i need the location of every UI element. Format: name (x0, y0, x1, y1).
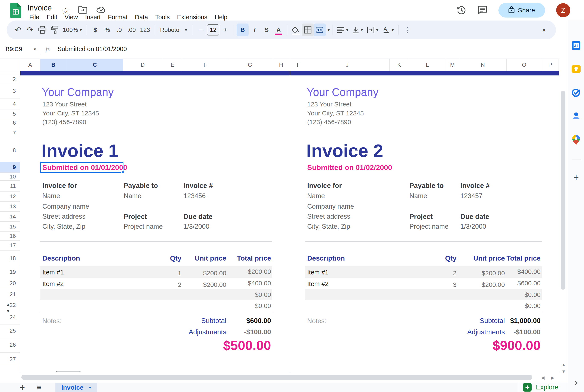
format-percent-button[interactable]: % (101, 24, 113, 36)
cell-selection-outline[interactable] (40, 162, 123, 173)
item-total[interactable]: $200.00 (248, 268, 271, 275)
submitted-date[interactable]: Submitted on 01/02/2000 (307, 163, 392, 172)
row-header-21[interactable]: 21 (0, 289, 20, 300)
add-sheet-button[interactable]: + (20, 383, 25, 392)
bill-city[interactable]: City, State, Zip (42, 223, 85, 230)
company-name[interactable]: Your Company (42, 86, 114, 98)
item-total[interactable]: $0.00 (255, 291, 271, 298)
bill-company[interactable]: Company name (42, 203, 89, 210)
col-header-G[interactable]: G (228, 59, 272, 71)
increase-decimal-button[interactable]: .00 (125, 24, 138, 36)
adjustments-value[interactable]: -$100.00 (514, 328, 540, 336)
bill-street[interactable]: Street address (307, 213, 350, 220)
col-qty-label[interactable]: Qty (445, 254, 456, 262)
decrease-decimal-button[interactable]: .0 (113, 24, 125, 36)
tasks-icon[interactable] (571, 88, 581, 98)
notes-label[interactable]: Notes: (307, 317, 327, 325)
subtotal-value[interactable]: $1,000.00 (510, 317, 540, 325)
text-rotation-button[interactable]: A ▾ (381, 24, 396, 36)
adjustments-value[interactable]: -$100.00 (244, 328, 271, 336)
row-header-13[interactable]: 13 (0, 202, 20, 212)
font-size-input[interactable]: 12 (207, 24, 219, 36)
scroll-right-icon[interactable]: ▶ (551, 375, 554, 380)
item-total[interactable]: $400.00 (517, 268, 540, 275)
payee-name[interactable]: Name (124, 192, 141, 200)
subtotal-label[interactable]: Subtotal (480, 317, 505, 325)
scroll-left-icon[interactable]: ◀ (541, 375, 544, 380)
version-history-icon[interactable] (456, 5, 466, 16)
col-header-P[interactable]: P (542, 59, 559, 71)
col-unit-label[interactable]: Unit price (195, 254, 226, 262)
col-header-D[interactable]: D (123, 59, 162, 71)
item-desc[interactable]: Item #2 (42, 280, 64, 288)
row-header-10[interactable]: 10 (0, 173, 20, 180)
row-header-2[interactable]: 2 (0, 75, 20, 83)
horizontal-align-button[interactable]: ▾ (335, 24, 350, 36)
col-header-H[interactable]: H (272, 59, 290, 71)
col-description-label[interactable]: Description (42, 254, 80, 262)
explore-button[interactable]: Explore (518, 382, 568, 392)
keep-icon[interactable] (571, 64, 581, 75)
invoice-no[interactable]: 123457 (460, 192, 482, 200)
invoice-for-label[interactable]: Invoice for (307, 182, 342, 190)
name-box[interactable]: B9:C9 (0, 46, 32, 52)
col-header-B[interactable]: B (40, 59, 67, 71)
project-label[interactable]: Project (409, 213, 433, 220)
bill-name[interactable]: Name (307, 192, 325, 200)
comment-icon[interactable] (477, 5, 487, 16)
col-total-label[interactable]: Total price (507, 254, 540, 262)
selection-fill-handle[interactable] (121, 170, 125, 174)
paint-format-button[interactable] (49, 24, 61, 36)
row-header-25[interactable]: 25 (0, 324, 20, 337)
document-title[interactable]: Invoice (27, 4, 52, 12)
more-formats-button[interactable]: 123 (138, 24, 152, 36)
sheet-tab-caret[interactable]: ▾ (89, 385, 91, 390)
item-qty[interactable]: 3 (453, 281, 456, 288)
col-total-label[interactable]: Total price (237, 254, 271, 262)
item-total[interactable]: $0.00 (524, 302, 540, 310)
item-total[interactable]: $600.00 (517, 280, 540, 287)
col-header-O[interactable]: O (507, 59, 542, 71)
contacts-icon[interactable] (571, 111, 581, 122)
font-selector[interactable]: Roboto▾ (157, 24, 189, 36)
get-addons-button[interactable]: + (573, 172, 579, 183)
subtotal-label[interactable]: Subtotal (201, 317, 226, 325)
item-total[interactable]: $0.00 (255, 302, 271, 310)
item-unit[interactable]: $200.00 (203, 281, 226, 288)
calendar-icon[interactable]: 31 (571, 40, 581, 51)
spreadsheet-grid[interactable]: Your Company 123 Your Street Your City, … (20, 71, 559, 372)
row-header-12[interactable]: 12 (0, 192, 20, 202)
row-header-11[interactable]: 11 (0, 180, 20, 192)
scroll-up-icon[interactable]: ▲ (561, 362, 566, 367)
vertical-align-button[interactable]: ▾ (350, 24, 365, 36)
horizontal-scrollbar-thumb[interactable] (21, 375, 532, 380)
bill-company[interactable]: Company name (307, 203, 354, 210)
company-name[interactable]: Your Company (307, 86, 378, 98)
project-label[interactable]: Project (124, 213, 147, 220)
invoice-title[interactable]: Invoice 1 (42, 140, 119, 161)
increase-font-size-button[interactable]: + (219, 24, 231, 36)
collapse-panel-icon[interactable]: › (574, 378, 577, 387)
fill-color-button[interactable] (290, 24, 302, 36)
item-desc[interactable]: Item #2 (307, 280, 329, 288)
merge-options-caret[interactable]: ▾ (328, 27, 330, 32)
row-header-18[interactable]: 18 (0, 250, 20, 266)
group-collapse-icon[interactable]: ▲ (6, 302, 10, 307)
sheet-tab-invoice[interactable]: Invoice ▾ (55, 383, 97, 392)
invoice-no-label[interactable]: Invoice # (184, 182, 213, 190)
strikethrough-button[interactable]: S (260, 24, 272, 36)
payable-to-label[interactable]: Payable to (124, 182, 158, 190)
col-header-C[interactable]: C (67, 59, 123, 71)
bill-name[interactable]: Name (42, 192, 60, 200)
text-color-button[interactable]: A (272, 24, 284, 36)
bold-button[interactable]: B (237, 24, 248, 36)
col-header-K[interactable]: K (390, 59, 409, 71)
due-date[interactable]: 1/3/2000 (460, 223, 486, 230)
item-desc[interactable]: Item #1 (42, 269, 64, 276)
due-date-label[interactable]: Due date (184, 213, 212, 220)
invoice-for-label[interactable]: Invoice for (42, 182, 77, 190)
print-button[interactable] (36, 24, 49, 36)
col-description-label[interactable]: Description (307, 254, 345, 262)
name-box-caret[interactable]: ▾ (34, 46, 36, 52)
vertical-scrollbar[interactable]: ▲ ▼ (559, 59, 568, 382)
